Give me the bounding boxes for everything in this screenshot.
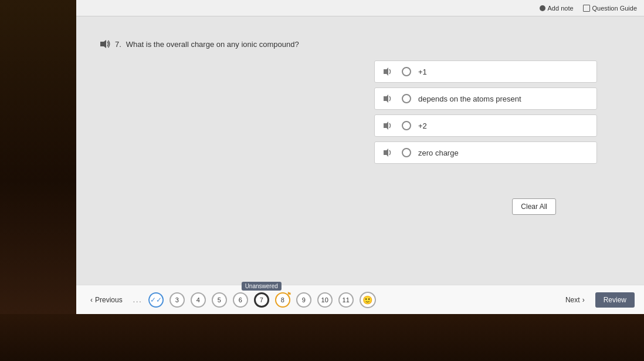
background-bottom [0,314,644,361]
add-note-label: Add note [548,5,574,12]
book-icon [583,5,590,12]
audio-icon-a[interactable] [383,68,395,76]
option-b[interactable]: depends on the atoms present [374,87,597,110]
option-c[interactable]: +2 [374,114,597,137]
page-btn-7-wrapper: Unanswered 7 [254,292,269,308]
question-text: What is the overall charge on any ionic … [126,40,299,49]
dot-icon [540,5,545,11]
previous-label: Previous [95,296,123,304]
radio-b[interactable] [402,94,411,103]
page-btn-4[interactable]: 4 [191,292,206,308]
options-container: +1 depends on the atoms present +2 [374,60,597,168]
question-audio-icon[interactable] [100,39,110,49]
radio-a[interactable] [402,67,411,76]
page-btn-5[interactable]: 5 [212,292,227,308]
svg-marker-4 [384,149,388,157]
page-btn-3[interactable]: 3 [170,292,185,308]
chevron-left-icon: ‹ [90,296,93,304]
next-button[interactable]: Next › [561,293,589,306]
page-btn-10[interactable]: 10 [317,292,333,308]
page-btn-9[interactable]: 9 [296,292,311,308]
review-button[interactable]: Review [595,292,635,308]
page-btn-7[interactable]: 7 [254,292,269,308]
option-b-label: depends on the atoms present [418,95,588,103]
page-btn-11[interactable]: 11 [338,292,354,308]
audio-icon-b[interactable] [383,95,395,103]
option-d[interactable]: zero charge [374,141,597,164]
option-a-label: +1 [418,68,588,76]
radio-c[interactable] [402,121,411,130]
page-btn-2[interactable]: ✓ [148,292,164,308]
next-label: Next [565,296,580,304]
page-7-label: 7 [260,296,263,303]
svg-marker-0 [100,40,106,48]
previous-button[interactable]: ‹ Previous [86,293,127,306]
background-left [0,0,76,361]
audio-icon-c[interactable] [383,122,395,130]
question-guide-button[interactable]: Question Guide [583,5,637,12]
emoji-icon: 🙂 [362,295,372,305]
svg-marker-1 [384,68,388,76]
page-6-label: 6 [239,296,242,303]
chevron-right-icon: › [582,296,585,304]
page-btn-6[interactable]: 6 [233,292,248,308]
radio-d[interactable] [402,148,411,157]
page-10-label: 10 [321,296,328,303]
add-note-button[interactable]: Add note [540,5,574,12]
page-4-label: 4 [196,296,200,303]
top-bar: Add note Question Guide [76,0,644,16]
page-3-label: 3 [175,296,179,303]
page-11-label: 11 [343,296,350,303]
audio-icon-d[interactable] [383,149,395,157]
option-d-label: zero charge [418,149,588,157]
page-9-label: 9 [302,296,306,303]
page-btn-8[interactable]: 8 ⚑ [275,292,290,308]
flag-icon: ⚑ [287,291,292,297]
svg-marker-3 [384,122,388,130]
clear-all-button[interactable]: Clear All [512,198,556,215]
question-header: 7. What is the overall charge on any ion… [100,39,299,49]
nav-bar: ‹ Previous ... ✓ 3 4 5 6 Unanswered 7 8 … [76,285,644,314]
unanswered-badge: Unanswered [242,282,282,291]
nav-dots: ... [133,296,143,304]
svg-marker-2 [384,95,388,103]
option-a[interactable]: +1 [374,60,597,83]
page-5-label: 5 [218,296,221,303]
page-8-label: 8 [281,296,284,303]
question-number: 7. [115,40,121,49]
question-area: 7. What is the overall charge on any ion… [76,16,644,314]
emoji-button[interactable]: 🙂 [360,292,376,308]
question-guide-label: Question Guide [592,5,637,12]
option-c-label: +2 [418,122,588,130]
